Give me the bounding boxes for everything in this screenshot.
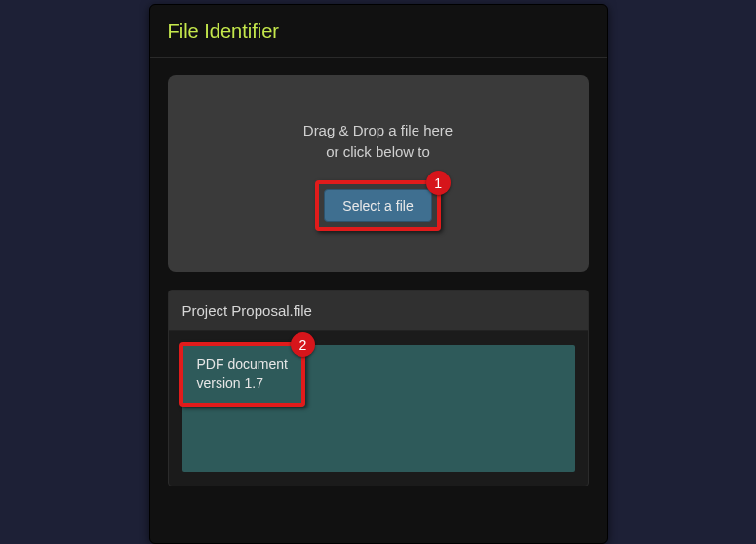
output-text: PDF document version 1.7 [183, 346, 301, 403]
select-file-button[interactable]: Select a file [324, 189, 431, 222]
dropzone-line2: or click below to [187, 141, 570, 163]
output-line2: version 1.7 [197, 373, 288, 393]
select-button-wrap: Select a file 1 [315, 180, 440, 231]
callout-badge-1: 1 [426, 171, 451, 195]
output-box: PDF document version 1.7 2 [182, 345, 575, 472]
app-panel: File Identifier Drag & Drop a file here … [149, 4, 608, 544]
callout-highlight-1: Select a file 1 [315, 180, 440, 231]
output-line1: PDF document [197, 354, 288, 373]
dropzone[interactable]: Drag & Drop a file here or click below t… [168, 75, 589, 272]
result-panel: Project Proposal.file PDF document versi… [168, 290, 589, 486]
callout-badge-2: 2 [291, 332, 315, 357]
panel-body: Drag & Drop a file here or click below t… [150, 58, 607, 290]
dropzone-instructions: Drag & Drop a file here or click below t… [187, 120, 570, 163]
dropzone-line1: Drag & Drop a file here [187, 120, 570, 141]
result-body: PDF document version 1.7 2 [169, 331, 588, 486]
callout-highlight-2: PDF document version 1.7 2 [179, 342, 305, 407]
app-title: File Identifier [150, 5, 607, 58]
result-filename: Project Proposal.file [169, 291, 588, 331]
